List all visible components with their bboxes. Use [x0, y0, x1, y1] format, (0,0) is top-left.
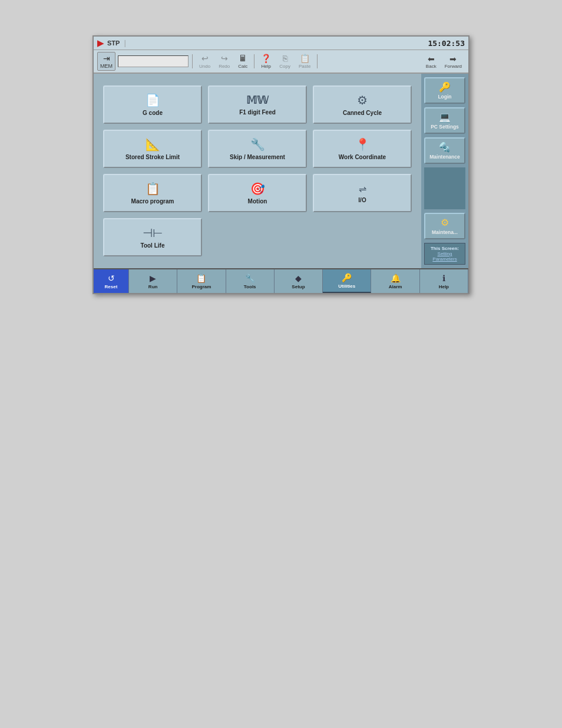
button-row-4: ⊣⊢ Tool Life — [103, 218, 412, 256]
setup-icon: ◆ — [295, 274, 302, 283]
toolbar-sep-2 — [254, 54, 254, 68]
this-screen-title: This Screen: — [427, 246, 463, 251]
reset-icon: ↺ — [108, 274, 115, 283]
macro-program-label: Macro program — [131, 198, 174, 205]
skip-measurement-button[interactable]: 🔧 Skip / Measurement — [208, 130, 307, 168]
window-icon: ▶ — [97, 38, 104, 48]
calc-button[interactable]: 🖩 Calc — [235, 52, 250, 70]
login-label: Login — [438, 94, 451, 100]
motion-icon: 🎯 — [250, 182, 265, 196]
f1-digit-feed-button[interactable]: 𝕄𝕎 F1 digit Feed — [208, 85, 307, 124]
motion-button[interactable]: 🎯 Motion — [208, 174, 307, 212]
title-left: ▶ STP │ — [97, 38, 127, 48]
tool-life-icon: ⊣⊢ — [143, 226, 163, 240]
reset-button[interactable]: ↺ Reset — [94, 269, 129, 293]
maintena-icon: ⚙ — [441, 217, 449, 228]
undo-label: Undo — [199, 64, 210, 69]
redo-button[interactable]: ↪ Redo — [216, 52, 233, 70]
paste-button[interactable]: 📋 Paste — [296, 52, 313, 70]
tools-icon: 🔧 — [245, 274, 255, 283]
taskbar: ↺ Reset ▶ Run 📋 Program 🔧 Tools ◆ Setup … — [94, 268, 468, 293]
pc-settings-button[interactable]: 💻 PC Settings — [424, 107, 465, 134]
undo-button[interactable]: ↩ Undo — [196, 52, 213, 70]
io-label: I/O — [358, 197, 366, 203]
toolbar-input-field[interactable] — [118, 55, 189, 67]
program-label: Program — [191, 284, 211, 289]
run-label: Run — [148, 284, 158, 289]
forward-icon: ➡ — [449, 54, 457, 64]
forward-button[interactable]: ➡ Forward — [442, 53, 465, 70]
run-icon: ▶ — [150, 274, 156, 283]
macro-program-button[interactable]: 📋 Macro program — [103, 174, 202, 212]
skip-measurement-icon: 🔧 — [250, 137, 265, 151]
pc-settings-icon: 💻 — [439, 111, 451, 123]
main-layout: 📄 G code 𝕄𝕎 F1 digit Feed ⚙ Canned Cycle… — [94, 74, 468, 268]
button-row-3: 📋 Macro program 🎯 Motion ⇌ I/O — [103, 174, 412, 212]
copy-button[interactable]: ⎘ Copy — [276, 52, 293, 70]
tool-life-label: Tool Life — [141, 242, 165, 249]
calc-label: Calc — [238, 64, 247, 69]
canned-cycle-button[interactable]: ⚙ Canned Cycle — [313, 85, 412, 124]
title-separator: │ — [123, 40, 127, 47]
back-label: Back — [426, 64, 437, 69]
back-icon: ⬅ — [428, 54, 435, 64]
help-taskbar-label: Help — [439, 284, 449, 289]
reset-label: Reset — [105, 284, 118, 289]
toolbar-sep-1 — [192, 54, 193, 68]
program-icon: 📋 — [196, 274, 206, 283]
f1-digit-feed-label: F1 digit Feed — [239, 109, 276, 116]
skip-measurement-label: Skip / Measurement — [230, 154, 285, 160]
maintenance-button[interactable]: 🔩 Maintenance — [424, 137, 465, 164]
toolbar-sep-3 — [317, 54, 318, 68]
utilities-icon: 🔑 — [342, 273, 352, 282]
maintenance-icon: 🔩 — [439, 141, 451, 153]
alarm-button[interactable]: 🔔 Alarm — [371, 269, 419, 293]
maintena-button[interactable]: ⚙ Maintena... — [424, 213, 465, 239]
tool-life-button[interactable]: ⊣⊢ Tool Life — [103, 218, 202, 256]
utilities-button[interactable]: 🔑 Utilities — [323, 269, 371, 293]
content-area: 📄 G code 𝕄𝕎 F1 digit Feed ⚙ Canned Cycle… — [94, 74, 421, 268]
utilities-label: Utilities — [338, 284, 355, 289]
back-button[interactable]: ⬅ Back — [423, 53, 439, 70]
work-coordinate-button[interactable]: 📍 Work Coordinate — [313, 130, 412, 168]
maintena-label: Maintena... — [432, 229, 458, 235]
login-button[interactable]: 🔑 Login — [424, 77, 465, 104]
run-button[interactable]: ▶ Run — [129, 269, 177, 293]
calc-icon: 🖩 — [239, 54, 247, 63]
io-button[interactable]: ⇌ I/O — [313, 174, 412, 212]
help-button[interactable]: ❓ Help — [258, 52, 274, 70]
cnc-window: ▶ STP │ 15:02:53 ⇥ MEM ↩ Undo ↪ Redo 🖩 C… — [92, 35, 470, 294]
g-code-button[interactable]: 📄 G code — [103, 85, 202, 124]
tools-button[interactable]: 🔧 Tools — [226, 269, 275, 293]
paste-icon: 📋 — [300, 54, 310, 63]
stored-stroke-limit-label: Stored Stroke Limit — [125, 154, 180, 160]
paste-label: Paste — [299, 64, 310, 69]
pc-settings-label: PC Settings — [431, 124, 459, 130]
g-code-icon: 📄 — [146, 93, 160, 107]
alarm-icon: 🔔 — [391, 274, 401, 283]
right-sidebar: 🔑 Login 💻 PC Settings 🔩 Maintenance ⚙ Ma… — [421, 74, 468, 268]
setup-button[interactable]: ◆ Setup — [275, 269, 323, 293]
clock-display: 15:02:53 — [428, 39, 465, 48]
window-title: STP — [107, 39, 120, 47]
toolbar: ⇥ MEM ↩ Undo ↪ Redo 🖩 Calc ❓ Help ⎘ Copy… — [94, 50, 468, 74]
this-screen-section: This Screen: Setting Parameters — [424, 243, 465, 265]
stored-stroke-limit-button[interactable]: 📐 Stored Stroke Limit — [103, 130, 202, 168]
work-coordinate-label: Work Coordinate — [339, 154, 386, 160]
canned-cycle-icon: ⚙ — [357, 93, 368, 107]
title-bar: ▶ STP │ 15:02:53 — [94, 37, 468, 50]
g-code-label: G code — [143, 110, 163, 116]
nav-buttons: ⬅ Back ➡ Forward — [423, 53, 465, 70]
f1-digit-feed-icon: 𝕄𝕎 — [246, 94, 269, 107]
mem-button[interactable]: ⇥ MEM — [97, 52, 115, 71]
tools-label: Tools — [244, 284, 256, 289]
mem-icon: ⇥ — [103, 54, 110, 63]
program-button[interactable]: 📋 Program — [177, 269, 226, 293]
redo-label: Redo — [219, 64, 230, 69]
motion-label: Motion — [248, 198, 267, 205]
mem-label: MEM — [100, 63, 113, 69]
help-taskbar-button[interactable]: ℹ Help — [420, 269, 468, 293]
button-row-1: 📄 G code 𝕄𝕎 F1 digit Feed ⚙ Canned Cycle — [103, 85, 412, 124]
setting-parameters-link[interactable]: Setting Parameters — [427, 251, 463, 262]
undo-icon: ↩ — [201, 54, 209, 63]
